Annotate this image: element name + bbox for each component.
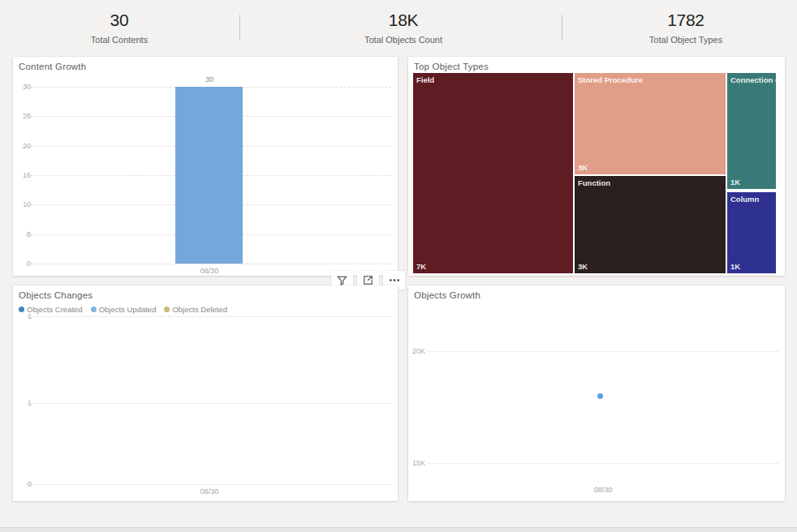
x-axis-tick: 08/30 xyxy=(200,267,219,275)
legend-label: Objects Created xyxy=(27,305,83,314)
scatter-point[interactable] xyxy=(597,393,603,399)
legend-item-objects-deleted[interactable]: Objects Deleted xyxy=(164,305,227,314)
y-axis-tick: 15K xyxy=(409,459,425,467)
kpi-label: Total Contents xyxy=(30,35,209,45)
objects-growth-plot: 20K 15K 08/30 xyxy=(428,351,778,463)
x-axis-tick: 08/30 xyxy=(594,486,613,494)
bar-data-label: 30 xyxy=(205,75,213,84)
y-axis-tick: 0 xyxy=(15,480,32,488)
kpi-total-contents[interactable]: 30 Total Contents xyxy=(30,10,209,45)
more-options-icon xyxy=(388,274,401,286)
tile-value: 1K xyxy=(730,178,740,187)
treemap-tile-column[interactable]: Column 1K xyxy=(727,192,776,273)
legend-dot xyxy=(164,307,170,312)
gridline xyxy=(428,463,778,464)
tile-value: 7K xyxy=(416,262,426,271)
content-growth-visual[interactable]: Content Growth 30 25 20 15 10 5 0 30 08/… xyxy=(13,57,398,276)
tile-label: Function xyxy=(578,178,610,187)
treemap: Field 7K Stored Procedure 3K Function 3K… xyxy=(413,73,776,273)
top-object-types-visual[interactable]: Top Object Types Field 7K Stored Procedu… xyxy=(408,57,785,276)
gridline xyxy=(26,403,393,404)
y-axis-tick: 30 xyxy=(15,83,31,91)
kpi-total-object-types[interactable]: 1782 Total Object Types xyxy=(597,10,775,45)
kpi-value: 18K xyxy=(314,10,493,31)
kpi-total-objects-count[interactable]: 18K Total Objects Count xyxy=(314,10,493,45)
y-axis-tick: 1 xyxy=(15,312,32,320)
legend-dot xyxy=(19,307,24,312)
objects-changes-visual[interactable]: Objects Changes Objects Created Objects … xyxy=(13,285,398,501)
y-axis-tick: 1 xyxy=(15,399,32,407)
y-axis-tick: 20K xyxy=(409,347,425,355)
filter-icon xyxy=(336,274,348,286)
tile-label: Stored Procedure xyxy=(578,75,643,84)
kpi-label: Total Objects Count xyxy=(314,35,493,45)
y-axis-tick: 5 xyxy=(15,230,31,238)
visual-title: Objects Changes xyxy=(19,290,93,300)
visual-title: Objects Growth xyxy=(414,290,480,300)
treemap-tile-field[interactable]: Field 7K xyxy=(413,73,573,273)
kpi-label: Total Object Types xyxy=(597,35,775,45)
y-axis-tick: 15 xyxy=(15,171,31,179)
objects-changes-plot: 1 1 0 08/30 xyxy=(26,316,393,484)
legend-item-objects-updated[interactable]: Objects Updated xyxy=(91,305,157,314)
treemap-tile-connection[interactable]: Connection C... 1K xyxy=(727,73,776,189)
kpi-value: 1782 xyxy=(597,10,775,31)
kpi-value: 30 xyxy=(30,10,209,31)
y-axis-tick: 25 xyxy=(15,112,31,120)
content-growth-plot: 30 25 20 15 10 5 0 30 08/30 xyxy=(26,87,391,264)
tile-value: 3K xyxy=(578,163,588,172)
visual-title: Top Object Types xyxy=(414,62,489,71)
legend-label: Objects Deleted xyxy=(172,305,227,314)
legend: Objects Created Objects Updated Objects … xyxy=(19,305,227,314)
page-bottom-strip xyxy=(0,527,797,532)
x-axis-tick: 08/30 xyxy=(200,487,219,496)
gridline xyxy=(26,316,393,317)
tile-value: 1K xyxy=(730,262,740,271)
focus-mode-icon xyxy=(362,274,374,286)
kpi-divider xyxy=(239,15,240,40)
legend-label: Objects Updated xyxy=(99,305,157,314)
legend-dot xyxy=(91,307,97,312)
tile-value: 3K xyxy=(578,262,588,271)
treemap-tile-function[interactable]: Function 3K xyxy=(575,176,726,273)
objects-growth-visual[interactable]: Objects Growth 20K 15K 08/30 xyxy=(408,285,785,501)
kpi-divider xyxy=(562,15,562,40)
tile-label: Connection C... xyxy=(730,75,776,84)
y-axis-tick: 0 xyxy=(15,260,31,268)
kpi-band: 30 Total Contents 18K Total Objects Coun… xyxy=(0,0,797,50)
treemap-tile-stored-procedure[interactable]: Stored Procedure 3K xyxy=(575,73,726,174)
y-axis-tick: 10 xyxy=(15,200,31,208)
bar-08-30[interactable] xyxy=(175,87,243,264)
y-axis-tick: 20 xyxy=(15,142,31,150)
gridline xyxy=(26,264,391,264)
tile-label: Field xyxy=(416,75,434,84)
visual-title: Content Growth xyxy=(19,62,86,71)
tile-label: Column xyxy=(730,195,759,204)
gridline xyxy=(428,351,778,352)
dashboard: 30 Total Contents 18K Total Objects Coun… xyxy=(0,0,797,532)
gridline xyxy=(26,484,393,485)
